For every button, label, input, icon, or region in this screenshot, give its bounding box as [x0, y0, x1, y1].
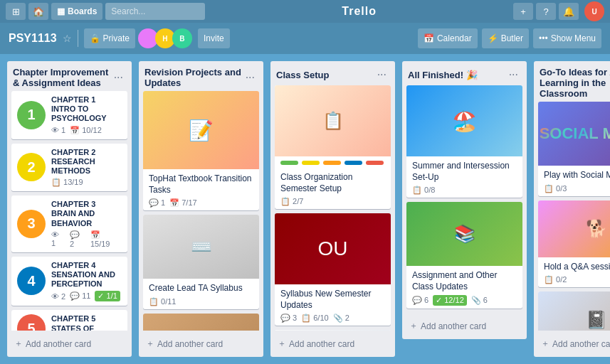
card-image-notes: 📋 — [275, 85, 391, 156]
lock-icon: 🔒 — [90, 33, 100, 43]
plus-icon: ＋ — [541, 338, 549, 350]
private-btn[interactable]: 🔒 Private — [84, 28, 135, 48]
list-menu-btn[interactable]: ··· — [506, 67, 521, 82]
card-meta: 📋 0/11 — [149, 297, 253, 306]
add-card-btn[interactable]: ＋ Add another card — [11, 335, 127, 353]
card-title: TopHat Textbook Transition Tasks — [149, 173, 253, 196]
list-footer: ＋ Add another card — [402, 313, 527, 339]
list-menu-btn[interactable]: ··· — [111, 70, 126, 85]
card-summer[interactable]: 🏖️ Summer and Intersession Set-Up 📋 0/8 — [406, 85, 522, 198]
list-title: Chapter Improvement & Assignment Ideas — [13, 67, 111, 88]
chapter-name-1: CHAPTER 1 INTRO TO PSYCHOLOGY — [51, 95, 122, 124]
plus-icon: ＋ — [146, 338, 154, 350]
plus-icon: ＋ — [278, 338, 286, 350]
card-ch3[interactable]: 3 CHAPTER 3 BRAIN AND BEHAVIOR 👁 1 💬 2 📅… — [11, 196, 127, 252]
list-footer: ＋ Add another card — [270, 331, 395, 357]
add-card-btn[interactable]: ＋ Add another card — [406, 317, 522, 335]
home-icon-btn[interactable]: 🏠 — [28, 3, 48, 20]
attachment-count: 📎 6 — [471, 296, 488, 305]
list-header: Class Setup ··· — [270, 61, 395, 85]
chapter-circle-4: 4 — [17, 267, 46, 295]
label-yellow — [302, 161, 320, 165]
avatar-group: H B — [141, 28, 192, 48]
card-tophat-transition[interactable]: 📝 TopHat Textbook Transition Tasks 💬 1 📅… — [143, 91, 259, 210]
eye-count: 👁 1 — [51, 126, 65, 134]
checklist-count: 📋 0/3 — [544, 184, 567, 193]
card-assignment-other[interactable]: 📚 Assignment and Other Class Updates 💬 6… — [406, 202, 522, 309]
list-menu-btn[interactable]: ··· — [243, 70, 258, 85]
checklist-count: 📋 6/10 — [301, 314, 328, 323]
card-body: Hold a Q&A session 📋 0/2 — [538, 257, 610, 288]
chapter-circle-3: 3 — [17, 210, 46, 238]
add-card-btn[interactable]: ＋ Add another card — [275, 335, 391, 353]
star-btn[interactable]: ☆ — [63, 33, 72, 44]
notifications-btn[interactable]: 🔔 — [559, 3, 579, 20]
chapter-info-3: CHAPTER 3 BRAIN AND BEHAVIOR 👁 1 💬 2 📅 1… — [51, 200, 122, 248]
attachment-count: 📎 2 — [333, 314, 349, 323]
butler-label: Butler — [501, 33, 523, 43]
card-create-lead-ta[interactable]: ⌨️ Create Lead TA Syllabus 📋 0/11 — [143, 215, 259, 309]
user-avatar[interactable]: U — [584, 1, 604, 21]
add-card-label: Add another card — [421, 321, 486, 331]
info-btn[interactable]: ? — [536, 3, 556, 20]
list-title: All Finished! 🎉 — [408, 70, 506, 80]
chapter-info-2: CHAPTER 2 RESEARCH METHODS 📋 13/19 — [51, 148, 122, 188]
avatar-3[interactable]: B — [172, 28, 192, 48]
card-meta: 📋 0/8 — [412, 186, 517, 195]
boards-btn[interactable]: ▦ Boards — [51, 3, 102, 20]
card-ch1[interactable]: 1 CHAPTER 1 INTRO TO PSYCHOLOGY 👁 1 📅 10… — [11, 91, 127, 139]
show-menu-label: Show Menu — [551, 33, 596, 43]
card-meta: 📋 0/3 — [544, 184, 610, 193]
label-orange — [323, 161, 341, 165]
list-footer: ＋ Add another card — [7, 331, 132, 357]
card-image-keyboard: ⌨️ — [143, 215, 259, 279]
add-card-label: Add another card — [26, 339, 91, 349]
add-card-btn[interactable]: ＋ Add another card — [538, 335, 610, 353]
list-go-to-ideas: Go-To Ideas for Active Learning in the C… — [534, 61, 610, 357]
search-input[interactable] — [105, 3, 205, 20]
list-title: Class Setup — [276, 70, 374, 80]
label-row — [275, 156, 391, 168]
label-green — [280, 161, 298, 165]
add-card-btn[interactable]: ＋ Add another card — [143, 335, 259, 353]
checklist-badge: ✓ 12/12 — [433, 295, 467, 306]
card-body: Syllabus New Semester Updates 💬 3 📋 6/10… — [275, 284, 391, 326]
add-btn[interactable]: + — [513, 3, 533, 20]
calendar-btn[interactable]: 📅 Calendar — [418, 28, 478, 48]
social-text: SOCIAL MEDIA — [540, 124, 610, 143]
card-syllabus-new[interactable]: OU Syllabus New Semester Updates 💬 3 📋 6… — [275, 213, 391, 326]
invite-btn[interactable]: Invite — [198, 28, 230, 48]
card-image-beach: 🏖️ — [406, 85, 522, 156]
card-ch4[interactable]: 4 CHAPTER 4 SENSATION AND PERCEPTION 👁 2… — [11, 257, 127, 306]
list-class-setup: Class Setup ··· 📋 Class Organization Sem… — [270, 61, 395, 357]
card-body: Summer and Intersession Set-Up 📋 0/8 — [406, 156, 522, 198]
card-corkboard[interactable]: 📌 — [143, 314, 259, 331]
card-meta: 💬 3 📋 6/10 📎 2 — [280, 314, 385, 323]
card-title: Play with Social Media — [544, 170, 610, 181]
card-ch2[interactable]: 2 CHAPTER 2 RESEARCH METHODS 📋 13/19 — [11, 144, 127, 192]
board-header: PSY1113 ☆ 🔒 Private H B Invite 📅 Calenda… — [0, 23, 610, 54]
plus-icon: ＋ — [14, 338, 23, 350]
card-social-media[interactable]: SOCIAL MEDIA Play with Social Media 📋 0/… — [538, 102, 610, 196]
card-ch5[interactable]: 5 CHAPTER 5 STATES OF CONSCIOUSNESS — [11, 310, 127, 331]
card-body: Assignment and Other Class Updates 💬 6 ✓… — [406, 266, 522, 309]
card-qa-session[interactable]: 🐕 Hold a Q&A session 📋 0/2 — [538, 200, 610, 288]
checklist-count: 📋 0/8 — [412, 186, 435, 195]
list-header: Go-To Ideas for Active Learning in the C… — [534, 61, 610, 102]
card-meta: 💬 1 📅 7/17 — [149, 198, 253, 208]
chapter-meta-4: 👁 2 💬 11 ✓ 1/1 — [51, 291, 122, 301]
list-menu-btn[interactable]: ··· — [374, 67, 389, 82]
butler-btn[interactable]: ⚡ Butler — [482, 28, 529, 48]
list-cards: 1 CHAPTER 1 INTRO TO PSYCHOLOGY 👁 1 📅 10… — [7, 91, 132, 331]
show-menu-btn[interactable]: ••• Show Menu — [533, 28, 601, 48]
comment-count: 💬 6 — [412, 296, 428, 305]
card-notebook[interactable]: 📓 — [538, 291, 610, 331]
list-all-finished: All Finished! 🎉 ··· 🏖️ Summer and Inters… — [402, 61, 527, 339]
boards-label: Boards — [68, 6, 97, 16]
grid-icon-btn[interactable]: ⊞ — [6, 3, 26, 20]
card-image-books: 📚 — [406, 202, 522, 266]
card-body: Create Lead TA Syllabus 📋 0/11 — [143, 279, 259, 309]
checklist-count: 📋 13/19 — [51, 178, 83, 187]
card-class-org[interactable]: 📋 Class Organization Semester Setup 📋 2/… — [275, 85, 391, 209]
calendar-icon: 📅 — [424, 33, 434, 43]
